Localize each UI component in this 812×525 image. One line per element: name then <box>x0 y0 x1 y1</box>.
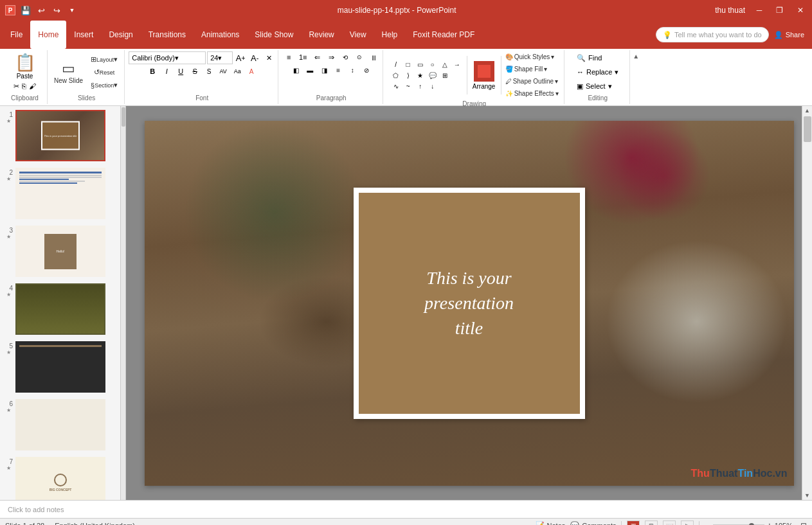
share-button[interactable]: Share <box>786 31 804 39</box>
menu-help[interactable]: Help <box>374 21 406 49</box>
slide-sorter-button[interactable]: ⊞ <box>645 521 658 526</box>
decrease-font-button[interactable]: A- <box>248 52 261 64</box>
slideshow-button[interactable]: ▷ <box>681 521 694 526</box>
menu-slideshow[interactable]: Slide Show <box>247 21 301 49</box>
shape-more[interactable]: ⊞ <box>439 70 451 80</box>
slide-panel-scroll-thumb[interactable] <box>122 107 125 127</box>
slide-image-2[interactable] <box>15 168 105 219</box>
notes-bar[interactable]: Click to add notes <box>0 500 812 518</box>
replace-button[interactable]: ↔ Replace ▾ <box>574 66 621 78</box>
convert-smartart-button[interactable]: ⊙ <box>353 51 366 63</box>
shape-rect[interactable]: □ <box>402 59 414 69</box>
comments-button[interactable]: 💬 Comments <box>570 521 616 525</box>
increase-font-button[interactable]: A+ <box>234 52 247 64</box>
close-button[interactable]: ✕ <box>794 4 807 17</box>
slide-thumb-7[interactable]: 7 ★ BIG CONCEPT <box>3 456 118 500</box>
arrange-button[interactable]: Arrange <box>470 56 498 94</box>
strikethrough-button[interactable]: S <box>188 66 201 77</box>
shape-line[interactable]: / <box>390 59 402 69</box>
underline-button[interactable]: U <box>174 66 187 77</box>
align-left-button[interactable]: ◧ <box>289 64 302 76</box>
menu-transitions[interactable]: Transitions <box>141 21 194 49</box>
undo-button[interactable]: ↩ <box>35 4 48 17</box>
columns-button[interactable]: ⫼ <box>367 51 380 63</box>
shape-freeform[interactable]: ~ <box>402 81 414 91</box>
remove-text-format-button[interactable]: ⊘ <box>360 64 373 76</box>
font-name-dropdown[interactable]: Calibri (Body) ▾ <box>129 51 206 64</box>
slide-thumb-3[interactable]: 3 ★ Hello! <box>3 224 118 278</box>
numbering-button[interactable]: 1≡ <box>296 51 309 63</box>
menu-design[interactable]: Design <box>101 21 140 49</box>
justify-button[interactable]: ≡ <box>332 64 345 76</box>
slide-image-3[interactable]: Hello! <box>15 226 105 277</box>
slide-canvas[interactable]: This is your presentation title ThuThuat… <box>145 121 794 486</box>
slide-image-6[interactable] <box>15 399 105 450</box>
reading-view-button[interactable]: 📖 <box>663 521 676 526</box>
menu-file[interactable]: File <box>3 21 30 49</box>
shape-curve[interactable]: ∿ <box>390 81 402 91</box>
save-button[interactable]: 💾 <box>19 4 32 17</box>
slide-thumb-1[interactable]: 1 ★ This is your presentation title <box>3 109 118 163</box>
slide-image-4[interactable] <box>15 283 105 335</box>
shape-round-rect[interactable]: ▭ <box>415 59 426 69</box>
shape-oval[interactable]: ○ <box>427 59 438 69</box>
shape-down-arrow[interactable]: ↓ <box>427 81 438 91</box>
shape-star[interactable]: ★ <box>415 70 426 80</box>
paste-button[interactable]: 📋 Paste <box>11 51 39 81</box>
format-painter-button[interactable]: 🖌 <box>28 82 37 91</box>
ribbon-collapse-button[interactable]: ▲ <box>631 51 640 61</box>
shape-outline-button[interactable]: 🖊 Shape Outline ▾ <box>504 76 560 87</box>
char-spacing-button[interactable]: AV <box>217 66 230 77</box>
quick-styles-button[interactable]: 🎨 Quick Styles ▾ <box>504 51 560 62</box>
cut-button[interactable]: ✂ <box>13 82 20 91</box>
bold-button[interactable]: B <box>146 66 159 77</box>
restore-button[interactable]: ❐ <box>773 4 786 17</box>
zoom-in-button[interactable]: + <box>767 521 772 526</box>
copy-button[interactable]: ⎘ <box>21 82 27 91</box>
font-size-dropdown[interactable]: 24 ▾ <box>207 51 233 64</box>
reset-button[interactable]: ↺ Reset <box>88 67 120 78</box>
decrease-indent-button[interactable]: ⇐ <box>311 51 323 63</box>
slide-thumb-5[interactable]: 5 ★ <box>3 340 118 394</box>
shadow-button[interactable]: S <box>203 66 215 77</box>
shape-pentagon[interactable]: ⬠ <box>390 70 402 80</box>
find-button[interactable]: 🔍 Find <box>574 51 604 64</box>
font-color-button[interactable]: A <box>245 66 258 77</box>
slide-image-1[interactable]: This is your presentation title <box>15 110 105 161</box>
select-button[interactable]: ▣ Select ▾ <box>574 80 615 93</box>
shape-up-arrow[interactable]: ↑ <box>415 81 426 91</box>
shape-effects-button[interactable]: ✨ Shape Effects ▾ <box>504 88 560 99</box>
shape-chevron[interactable]: ⟩ <box>402 70 414 80</box>
menu-animations[interactable]: Animations <box>194 21 247 49</box>
clear-format-button[interactable]: ✕ <box>262 52 275 64</box>
tell-me-box[interactable]: 💡 Tell me what you want to do <box>656 27 769 42</box>
slide-image-7[interactable]: BIG CONCEPT <box>15 457 105 500</box>
menu-review[interactable]: Review <box>301 21 341 49</box>
menu-home[interactable]: Home <box>30 21 66 49</box>
scroll-thumb[interactable] <box>804 116 811 142</box>
layout-button[interactable]: ⊞ Layout ▾ <box>88 54 120 66</box>
align-right-button[interactable]: ◨ <box>318 64 330 76</box>
minimize-button[interactable]: ─ <box>753 4 766 17</box>
menu-foxit[interactable]: Foxit Reader PDF <box>405 21 482 49</box>
scroll-up-button[interactable]: ▲ <box>804 106 811 115</box>
redo-button[interactable]: ↪ <box>50 4 63 17</box>
notes-button[interactable]: 📝 Notes <box>536 521 566 525</box>
menu-view[interactable]: View <box>342 21 374 49</box>
text-direction-button[interactable]: ⟲ <box>339 51 352 63</box>
normal-view-button[interactable]: ▣ <box>627 521 640 526</box>
zoom-out-button[interactable]: − <box>705 521 710 526</box>
title-box-container[interactable]: This is your presentation title <box>354 188 585 419</box>
italic-button[interactable]: I <box>160 66 173 77</box>
line-spacing-button[interactable]: ↕ <box>346 64 359 76</box>
fit-slide-button[interactable]: ⊡ <box>800 521 807 526</box>
shape-tri[interactable]: △ <box>439 59 451 69</box>
section-button[interactable]: § Section ▾ <box>88 80 120 91</box>
shape-callout[interactable]: 💬 <box>427 70 438 80</box>
increase-indent-button[interactable]: ⇒ <box>325 51 338 63</box>
menu-insert[interactable]: Insert <box>66 21 101 49</box>
align-center-button[interactable]: ▬ <box>303 64 316 76</box>
customize-quick-access[interactable]: ▼ <box>66 4 78 17</box>
slide-thumb-4[interactable]: 4 ★ <box>3 282 118 336</box>
change-case-button[interactable]: Aa <box>231 66 244 77</box>
